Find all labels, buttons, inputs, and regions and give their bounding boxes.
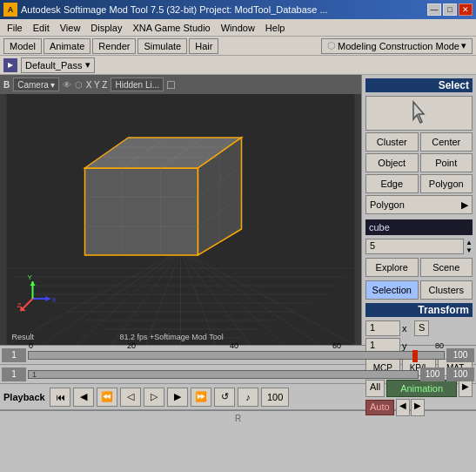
- viewport-maximize-icon[interactable]: □: [167, 78, 174, 91]
- spinner-up[interactable]: ▲: [466, 239, 473, 246]
- object-button[interactable]: Object: [365, 153, 419, 172]
- spinner-down[interactable]: ▼: [466, 246, 473, 254]
- pass-icon: ▶: [3, 58, 17, 72]
- center-button[interactable]: Center: [420, 132, 473, 152]
- polygon-button[interactable]: Polygon: [420, 174, 473, 193]
- modeling-mode-icon: ⬡: [327, 40, 336, 51]
- title-left: A Autodesk Softimage Mod Tool 7.5 (32-bi…: [3, 3, 328, 17]
- polygon-dropdown-label: Polygon: [370, 199, 405, 210]
- explore-scene-row: Explore Scene: [362, 256, 476, 279]
- select-section: Select Cluster Center Object Point Edge …: [362, 75, 476, 218]
- menu-xna[interactable]: XNA Game Studio: [127, 21, 215, 35]
- playback-prev-frame[interactable]: ◁: [120, 388, 141, 407]
- explore-button[interactable]: Explore: [365, 258, 419, 277]
- select-title: Select: [365, 78, 473, 92]
- menu-edit[interactable]: Edit: [28, 21, 55, 35]
- all-button[interactable]: All: [365, 380, 385, 397]
- auto-row: Auto ◀ ▶: [362, 399, 476, 418]
- menu-window[interactable]: Window: [216, 21, 260, 35]
- transform-y-label: y: [402, 341, 412, 351]
- camera-label: Camera: [17, 80, 49, 90]
- transform-x-row: 1 x S: [365, 320, 473, 336]
- selection-button[interactable]: Selection: [365, 280, 419, 300]
- auto-right[interactable]: ▶: [411, 399, 425, 416]
- svg-text:81.2 fps  +Softimage Mod Tool: 81.2 fps +Softimage Mod Tool: [120, 333, 224, 341]
- playback-next-step[interactable]: ⏩: [191, 388, 211, 407]
- spinner-value: 5: [370, 240, 375, 251]
- auto-button[interactable]: Auto: [365, 400, 394, 415]
- viewport-icon-hex[interactable]: ⬡: [75, 80, 83, 90]
- object-name-value: cube: [369, 222, 390, 233]
- pass-name: Default_Pass: [25, 60, 82, 71]
- timeline2-val: 1: [32, 370, 37, 379]
- playback-prev-step[interactable]: ⏪: [97, 388, 117, 407]
- timeline2-end-field[interactable]: 100: [446, 367, 474, 381]
- toolbar-render[interactable]: Render: [92, 38, 136, 54]
- timeline-start[interactable]: 1: [2, 348, 26, 362]
- title-bar: A Autodesk Softimage Mod Tool 7.5 (32-bi…: [0, 0, 476, 19]
- playback-loop[interactable]: ↺: [214, 388, 235, 407]
- polygon-dropdown[interactable]: Polygon ▶: [365, 195, 473, 214]
- toolbar-animate[interactable]: Animate: [44, 38, 91, 54]
- playback-next[interactable]: ▶: [167, 388, 188, 407]
- timeline2-end[interactable]: 100: [420, 367, 445, 381]
- transform-title: Transform: [365, 303, 473, 317]
- viewport[interactable]: B Camera ▾ 👁 ⬡ X Y Z Hidden Li... □: [0, 75, 361, 345]
- transform-y-value: 1: [370, 340, 375, 350]
- svg-text:X: X: [52, 296, 57, 304]
- main-area: B Camera ▾ 👁 ⬡ X Y Z Hidden Li... □: [0, 75, 476, 345]
- auto-arrows: ◀ ▶: [396, 399, 425, 416]
- timeline2-start[interactable]: 1: [2, 367, 26, 381]
- close-button[interactable]: ✕: [459, 3, 473, 16]
- edge-button[interactable]: Edge: [365, 174, 419, 193]
- viewport-toolbar: B Camera ▾ 👁 ⬡ X Y Z Hidden Li... □: [0, 75, 361, 94]
- menu-help[interactable]: Help: [260, 21, 291, 35]
- hidden-line-dropdown[interactable]: Hidden Li...: [111, 78, 164, 91]
- spinner-arrows: ▲ ▼: [466, 239, 473, 254]
- toolbar-simulate[interactable]: Simulate: [137, 38, 187, 54]
- cluster-button[interactable]: Cluster: [365, 132, 419, 152]
- animation-button[interactable]: Animation: [386, 380, 457, 397]
- scene-canvas: Z Y X Result 81.2 fps +Softimage Mod Too…: [0, 94, 361, 345]
- menu-view[interactable]: View: [55, 21, 86, 35]
- auto-left[interactable]: ◀: [396, 399, 410, 416]
- transform-x-value: 1: [370, 322, 375, 333]
- playback-next-frame[interactable]: ▷: [144, 388, 164, 407]
- viewport-icon-eye[interactable]: 👁: [63, 80, 71, 90]
- transform-x-field[interactable]: 1: [365, 320, 400, 336]
- toolbar-model[interactable]: Model: [3, 38, 42, 54]
- playback-prev[interactable]: ◀: [73, 388, 94, 407]
- pass-row: ▶ Default_Pass ▾: [0, 56, 476, 75]
- playback-speed[interactable]: 100: [261, 388, 289, 407]
- minimize-button[interactable]: —: [427, 3, 441, 16]
- menu-file[interactable]: File: [2, 21, 28, 35]
- menu-bar: File Edit View Display XNA Game Studio W…: [0, 19, 476, 37]
- viewport-label: B: [3, 80, 10, 90]
- camera-dropdown[interactable]: Camera ▾: [13, 78, 59, 91]
- timeline-track[interactable]: 0 20 40 60 80: [28, 351, 445, 360]
- playback-audio[interactable]: ♪: [238, 388, 258, 407]
- cursor-button[interactable]: [365, 96, 473, 131]
- scene-svg: Z Y X Result 81.2 fps +Softimage Mod Too…: [0, 94, 361, 345]
- maximize-button[interactable]: □: [443, 3, 457, 16]
- menu-display[interactable]: Display: [85, 21, 127, 35]
- object-name-field[interactable]: cube: [365, 219, 473, 235]
- modeling-mode-button[interactable]: ⬡ Modeling Construction Mode ▾: [321, 38, 473, 54]
- svg-marker-48: [413, 102, 424, 123]
- pass-dropdown[interactable]: Default_Pass ▾: [21, 57, 95, 73]
- clusters-button[interactable]: Clusters: [420, 280, 473, 300]
- scene-button[interactable]: Scene: [420, 258, 473, 277]
- timeline2-track[interactable]: 1: [28, 370, 419, 379]
- polygon-dropdown-arrow: ▶: [461, 199, 468, 211]
- spinner-field[interactable]: 5: [365, 239, 464, 254]
- anim-arrow-right[interactable]: ▶: [459, 380, 473, 397]
- svg-text:Result: Result: [12, 333, 35, 341]
- timeline-marker[interactable]: [412, 350, 418, 362]
- object-name-section: cube: [362, 218, 476, 237]
- timeline-end-field[interactable]: 100: [446, 348, 474, 362]
- point-button[interactable]: Point: [420, 153, 473, 172]
- playback-prev-start[interactable]: ⏮: [50, 388, 70, 407]
- toolbar-hair[interactable]: Hair: [189, 38, 218, 54]
- transform-s-button[interactable]: S: [414, 320, 429, 336]
- toolbar-row: Model Animate Render Simulate Hair ⬡ Mod…: [0, 37, 476, 56]
